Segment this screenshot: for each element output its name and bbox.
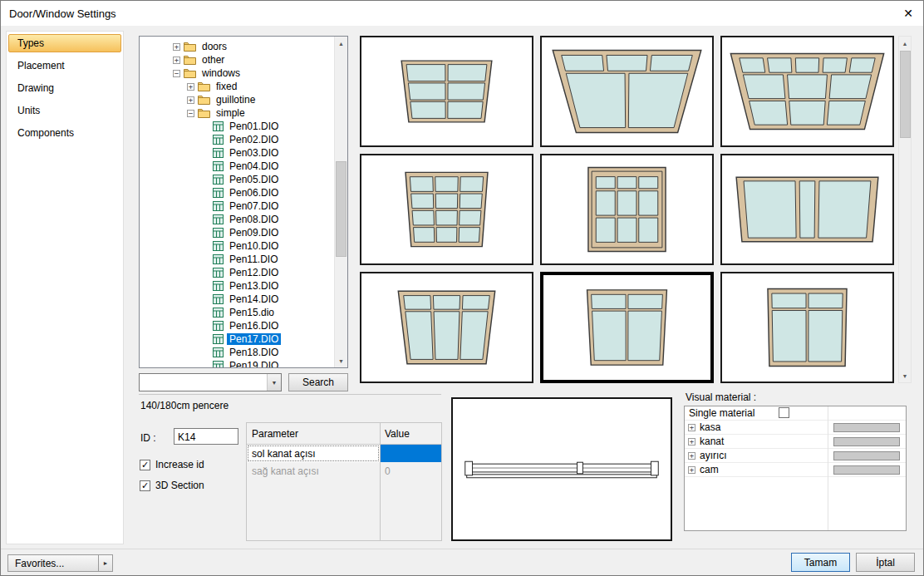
increase-id-checkbox[interactable]: ✓ Increase id bbox=[140, 459, 204, 470]
tree-node-doors[interactable]: +doors bbox=[140, 40, 334, 53]
window-thumbnail-3[interactable] bbox=[720, 36, 894, 147]
cancel-button[interactable]: İptal bbox=[856, 553, 915, 572]
window-file-icon bbox=[213, 308, 224, 318]
tree-node-pen19-dio[interactable]: Pen19.DIO bbox=[140, 359, 334, 367]
favorites-button[interactable]: Favorites... ► bbox=[7, 554, 113, 572]
visual-material-title: Visual material : bbox=[686, 391, 756, 403]
material-swatch[interactable] bbox=[833, 437, 900, 446]
tree-node-pen17-dio[interactable]: Pen17.DIO bbox=[140, 332, 334, 346]
ok-button[interactable]: Tamam bbox=[791, 553, 850, 572]
tree-node-pen07-dio[interactable]: Pen07.DIO bbox=[140, 199, 334, 213]
tree-node-pen12-dio[interactable]: Pen12.DIO bbox=[140, 266, 334, 279]
expand-icon[interactable]: + bbox=[173, 43, 180, 51]
tree-node-pen09-dio[interactable]: Pen09.DIO bbox=[140, 226, 334, 239]
material-swatch[interactable] bbox=[833, 451, 900, 460]
tree-node-other[interactable]: +other bbox=[140, 53, 334, 66]
tree-node-label: Pen16.DIO bbox=[227, 320, 281, 332]
expand-icon[interactable]: + bbox=[173, 57, 180, 64]
sidebar-item-placement[interactable]: Placement bbox=[7, 55, 123, 77]
sidebar-item-components[interactable]: Components bbox=[7, 122, 123, 145]
tree-node-pen10-dio[interactable]: Pen10.DIO bbox=[140, 239, 334, 253]
tree-node-pen08-dio[interactable]: Pen08.DIO bbox=[140, 213, 334, 226]
tree-node-fixed[interactable]: +fixed bbox=[140, 80, 334, 93]
expand-icon[interactable]: + bbox=[187, 96, 194, 104]
window-file-icon bbox=[213, 361, 224, 367]
dropdown-arrow-icon[interactable]: ▼ bbox=[267, 374, 281, 391]
scroll-down-icon[interactable]: ▼ bbox=[335, 354, 347, 367]
tree-node-pen03-dio[interactable]: Pen03.DIO bbox=[140, 146, 334, 160]
parameter-row-1[interactable]: sol kanat açısı bbox=[247, 445, 441, 462]
material-row-kasa[interactable]: +kasa bbox=[685, 421, 906, 435]
search-combobox[interactable]: ▼ bbox=[139, 373, 282, 391]
scroll-down-icon[interactable]: ▼ bbox=[899, 369, 911, 382]
parameter-value[interactable]: 0 bbox=[380, 462, 441, 480]
tree-node-pen02-dio[interactable]: Pen02.DIO bbox=[140, 133, 334, 146]
tree-scrollbar[interactable]: ▲ ▼ bbox=[334, 37, 347, 367]
tree-node-pen05-dio[interactable]: Pen05.DIO bbox=[140, 173, 334, 186]
window-thumbnail-9[interactable] bbox=[720, 272, 894, 383]
window-thumbnail-6[interactable] bbox=[720, 154, 894, 265]
scroll-up-icon[interactable]: ▲ bbox=[335, 37, 347, 50]
tree-node-pen16-dio[interactable]: Pen16.DIO bbox=[140, 319, 334, 332]
scrollbar-thumb[interactable] bbox=[900, 51, 911, 138]
tree-node-pen13-dio[interactable]: Pen13.DIO bbox=[140, 279, 334, 293]
collapse-icon[interactable]: − bbox=[187, 110, 194, 117]
tree-node-guillotine[interactable]: +guillotine bbox=[140, 93, 334, 106]
parameter-value[interactable] bbox=[380, 445, 441, 462]
sidebar-item-types[interactable]: Types bbox=[8, 34, 121, 52]
tree-node-label: Pen19.DIO bbox=[227, 360, 281, 367]
expand-icon[interactable]: + bbox=[688, 424, 695, 431]
scrollbar-thumb[interactable] bbox=[336, 161, 346, 257]
door-window-settings-dialog: Door/Window Settings ✕ TypesPlacementDra… bbox=[0, 0, 924, 576]
search-button[interactable]: Search bbox=[288, 373, 348, 391]
tree-node-pen11-dio[interactable]: Pen11.DIO bbox=[140, 253, 334, 266]
tree-node-pen18-dio[interactable]: Pen18.DIO bbox=[140, 346, 334, 359]
collapse-icon[interactable]: − bbox=[173, 70, 180, 77]
tree-node-pen15-dio[interactable]: Pen15.dio bbox=[140, 306, 334, 319]
grid-scrollbar[interactable]: ▲ ▼ bbox=[898, 36, 912, 383]
tree-node-windows[interactable]: −windows bbox=[140, 66, 334, 80]
sidebar-item-drawing[interactable]: Drawing bbox=[7, 77, 123, 100]
window-thumbnail-8[interactable] bbox=[540, 272, 714, 383]
sidebar-item-units[interactable]: Units bbox=[7, 100, 123, 122]
window-file-icon bbox=[213, 254, 224, 264]
window-file-icon bbox=[213, 201, 224, 211]
scroll-up-icon[interactable]: ▲ bbox=[899, 37, 911, 50]
window-thumbnail-2[interactable] bbox=[540, 36, 714, 147]
tree-node-pen01-dio[interactable]: Pen01.DIO bbox=[140, 120, 334, 133]
id-input[interactable]: K14 bbox=[174, 428, 238, 445]
3d-section-checkbox[interactable]: ✓ 3D Section bbox=[140, 480, 204, 491]
parameter-name: sol kanat açısı bbox=[247, 445, 380, 462]
material-row-cam[interactable]: +cam bbox=[685, 463, 906, 477]
material-row-ay-r-c-[interactable]: +ayırıcı bbox=[685, 449, 906, 463]
tree-node-label: Pen02.DIO bbox=[227, 134, 281, 145]
expand-icon[interactable]: + bbox=[688, 466, 695, 474]
tree-node-pen06-dio[interactable]: Pen06.DIO bbox=[140, 186, 334, 199]
window-file-icon bbox=[213, 161, 224, 171]
window-thumbnail-1[interactable] bbox=[360, 36, 533, 147]
parameter-row-2[interactable]: sağ kanat açısı0 bbox=[247, 462, 441, 480]
window-file-icon bbox=[213, 281, 224, 291]
expand-icon[interactable]: + bbox=[688, 452, 695, 460]
expand-icon[interactable]: + bbox=[688, 438, 695, 446]
tree-node-pen04-dio[interactable]: Pen04.DIO bbox=[140, 160, 334, 173]
window-file-icon bbox=[213, 321, 224, 331]
window-thumbnail-4[interactable] bbox=[360, 154, 533, 265]
tree-node-pen14-dio[interactable]: Pen14.DIO bbox=[140, 293, 334, 306]
window-thumbnail-7[interactable] bbox=[360, 272, 533, 383]
material-row-kanat[interactable]: +kanat bbox=[685, 435, 906, 449]
expand-icon[interactable]: + bbox=[187, 83, 194, 91]
material-swatch[interactable] bbox=[833, 465, 900, 475]
tree-node-label: fixed bbox=[214, 81, 239, 92]
material-swatch[interactable] bbox=[833, 423, 900, 432]
tree-node-label: Pen15.dio bbox=[227, 307, 277, 318]
window-thumbnail-5[interactable] bbox=[540, 154, 714, 265]
right-arrow-glyph: ► bbox=[103, 560, 109, 566]
tree-node-simple[interactable]: −simple bbox=[140, 106, 334, 120]
single-material-checkbox[interactable] bbox=[779, 407, 789, 418]
single-material-row[interactable]: Single material bbox=[685, 406, 906, 421]
tree-node-label: Pen18.DIO bbox=[227, 347, 281, 358]
thumbnail-grid bbox=[360, 36, 894, 383]
close-button[interactable]: ✕ bbox=[893, 1, 923, 26]
tree-node-label: Pen01.DIO bbox=[227, 121, 281, 132]
